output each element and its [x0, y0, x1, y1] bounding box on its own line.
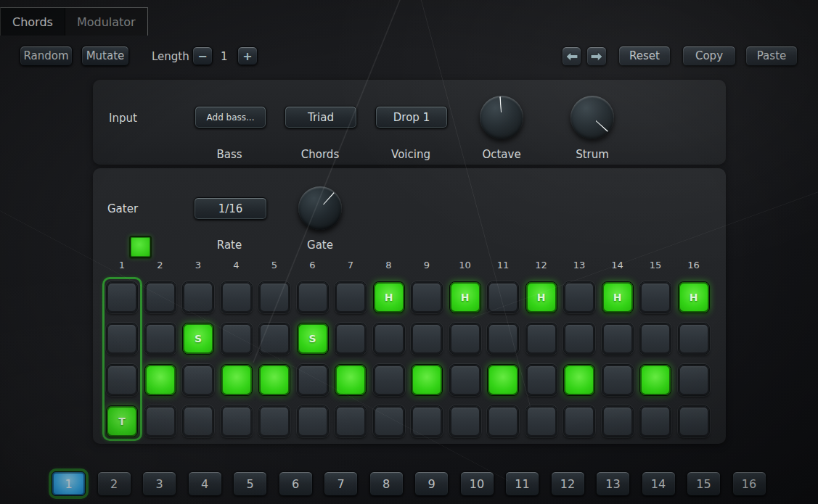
grid-cell-r4-c13[interactable]	[563, 405, 595, 437]
grid-cell-r1-c12[interactable]: H	[525, 281, 557, 313]
grid-cell-r3-c1[interactable]	[106, 364, 138, 396]
step-button-12[interactable]: 12	[551, 471, 585, 496]
grid-cell-r2-c15[interactable]	[639, 323, 671, 355]
grid-cell-r1-c6[interactable]	[297, 281, 329, 313]
grid-cell-r3-c16[interactable]	[678, 364, 710, 396]
grid-cell-r4-c3[interactable]	[182, 405, 214, 437]
tab-chords[interactable]: Chords	[1, 8, 65, 36]
grid-cell-r2-c7[interactable]	[335, 323, 367, 355]
grid-cell-r3-c5[interactable]	[258, 364, 290, 396]
mutate-button[interactable]: Mutate	[81, 46, 129, 66]
grid-cell-r4-c2[interactable]	[144, 405, 176, 437]
grid-cell-r3-c2[interactable]	[144, 364, 176, 396]
grid-cell-r4-c15[interactable]	[639, 405, 671, 437]
grid-cell-r2-c9[interactable]	[411, 323, 443, 355]
grid-cell-r4-c16[interactable]	[678, 405, 710, 437]
grid-cell-r3-c10[interactable]	[449, 364, 481, 396]
grid-cell-r3-c12[interactable]	[525, 364, 557, 396]
grid-cell-r3-c8[interactable]	[373, 364, 405, 396]
octave-knob[interactable]	[480, 96, 523, 139]
grid-cell-r1-c11[interactable]	[487, 281, 519, 313]
grid-cell-r2-c11[interactable]	[487, 323, 519, 355]
step-button-14[interactable]: 14	[642, 471, 676, 496]
grid-cell-r4-c1[interactable]: T	[106, 405, 138, 437]
step-button-11[interactable]: 11	[505, 471, 539, 496]
grid-cell-r3-c9[interactable]	[411, 364, 443, 396]
step-button-3[interactable]: 3	[142, 471, 176, 496]
grid-cell-r2-c3[interactable]: S	[182, 323, 214, 355]
grid-cell-r2-c6[interactable]: S	[297, 323, 329, 355]
step-button-9[interactable]: 9	[414, 471, 449, 496]
grid-cell-r3-c4[interactable]	[221, 364, 253, 396]
grid-cell-r4-c8[interactable]	[373, 405, 405, 437]
grid-cell-r1-c3[interactable]	[182, 281, 214, 313]
step-button-4[interactable]: 4	[188, 471, 222, 496]
grid-cell-r4-c6[interactable]	[297, 405, 329, 437]
prev-pattern-button[interactable]	[562, 46, 581, 66]
grid-cell-r1-c5[interactable]	[258, 281, 290, 313]
grid-cell-r2-c14[interactable]	[602, 323, 634, 355]
grid-cell-r1-c10[interactable]: H	[449, 281, 481, 313]
step-button-16[interactable]: 16	[732, 471, 766, 496]
grid-cell-r4-c4[interactable]	[221, 405, 253, 437]
rate-dropdown[interactable]: 1/16	[194, 197, 267, 220]
gate-knob[interactable]	[298, 186, 342, 230]
grid-cell-r3-c7[interactable]	[335, 364, 367, 396]
grid-cell-r1-c8[interactable]: H	[373, 281, 405, 313]
grid-cell-r1-c16[interactable]: H	[678, 281, 710, 313]
grid-cell-r4-c5[interactable]	[258, 405, 290, 437]
grid-cell-r3-c14[interactable]	[602, 364, 634, 396]
step-button-13[interactable]: 13	[596, 471, 630, 496]
step-button-2[interactable]: 2	[97, 471, 131, 496]
step-button-7[interactable]: 7	[324, 471, 358, 496]
step-button-15[interactable]: 15	[687, 471, 721, 496]
length-increment-button[interactable]: +	[237, 46, 258, 65]
grid-cell-r2-c10[interactable]	[449, 323, 481, 355]
grid-cell-r3-c13[interactable]	[563, 364, 595, 396]
grid-cell-r1-c2[interactable]	[144, 281, 176, 313]
step-button-5[interactable]: 5	[233, 471, 267, 496]
grid-cell-r1-c14[interactable]: H	[602, 281, 634, 313]
length-decrement-button[interactable]: −	[192, 46, 213, 65]
grid-cell-r1-c15[interactable]	[639, 281, 671, 313]
grid-cell-r4-c14[interactable]	[602, 405, 634, 437]
grid-cell-r1-c7[interactable]	[335, 281, 367, 313]
bass-dropdown[interactable]: Add bass...	[195, 106, 266, 128]
chords-dropdown[interactable]: Triad	[285, 106, 357, 128]
grid-cell-r1-c13[interactable]	[563, 281, 595, 313]
grid-cell-r2-c13[interactable]	[563, 323, 595, 355]
grid-cell-r2-c2[interactable]	[144, 323, 176, 355]
grid-cell-r1-c9[interactable]	[411, 281, 443, 313]
step-button-10[interactable]: 10	[460, 471, 494, 496]
grid-cell-r2-c8[interactable]	[373, 323, 405, 355]
grid-cell-r4-c12[interactable]	[525, 405, 557, 437]
grid-cell-r2-c12[interactable]	[525, 323, 557, 355]
reset-button[interactable]: Reset	[618, 46, 671, 66]
step-button-6[interactable]: 6	[279, 471, 313, 496]
grid-cell-r4-c11[interactable]	[487, 405, 519, 437]
grid-cell-r3-c15[interactable]	[639, 364, 671, 396]
grid-cell-r2-c16[interactable]	[678, 323, 710, 355]
grid-cell-r4-c7[interactable]	[335, 405, 367, 437]
voicing-dropdown[interactable]: Drop 1	[375, 106, 448, 128]
grid-cell-r2-c4[interactable]	[221, 323, 253, 355]
grid-cell-r2-c5[interactable]	[258, 323, 290, 355]
voicing-label: Voicing	[391, 148, 430, 161]
grid-cell-r3-c11[interactable]	[487, 364, 519, 396]
grid-cell-r1-c1[interactable]	[106, 281, 138, 313]
next-pattern-button[interactable]	[586, 46, 607, 66]
random-button[interactable]: Random	[20, 46, 73, 66]
copy-button[interactable]: Copy	[682, 46, 736, 66]
step-button-1[interactable]: 1	[52, 471, 86, 496]
grid-cell-r4-c10[interactable]	[449, 405, 481, 437]
grid-cell-r3-c3[interactable]	[182, 364, 214, 396]
tab-modulator[interactable]: Modulator	[65, 8, 147, 36]
paste-button[interactable]: Paste	[745, 46, 798, 66]
gater-enable-toggle[interactable]	[129, 236, 152, 258]
strum-knob[interactable]	[570, 96, 614, 139]
grid-cell-r2-c1[interactable]	[106, 323, 138, 355]
step-button-8[interactable]: 8	[369, 471, 404, 496]
grid-cell-r1-c4[interactable]	[221, 281, 253, 313]
grid-cell-r4-c9[interactable]	[411, 405, 443, 437]
grid-cell-r3-c6[interactable]	[297, 364, 329, 396]
